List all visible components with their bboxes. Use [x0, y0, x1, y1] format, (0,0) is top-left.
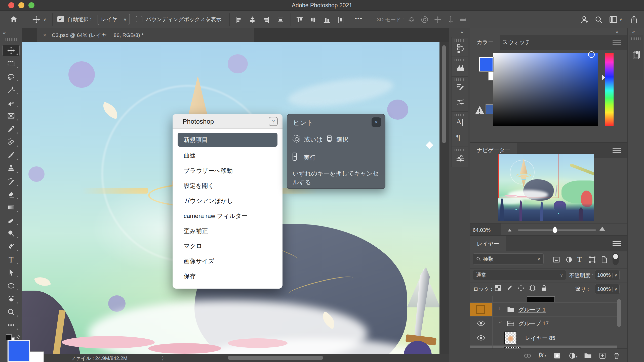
- navigator-view-rect[interactable]: [498, 154, 558, 198]
- layer-list-scrollbar[interactable]: [617, 299, 621, 327]
- delete-layer-icon[interactable]: [613, 352, 621, 360]
- align-bottom-icon[interactable]: [323, 16, 331, 24]
- paragraph-panel-icon[interactable]: ¶: [456, 133, 460, 142]
- horizontal-scrollbar[interactable]: [228, 356, 323, 360]
- brush-tool[interactable]: [3, 149, 20, 161]
- layer-name[interactable]: グループ 1: [518, 306, 546, 313]
- tab-close-icon[interactable]: ×: [43, 32, 46, 38]
- navigator-thumbnail[interactable]: [498, 154, 594, 221]
- filter-type-icon[interactable]: T: [577, 255, 582, 263]
- align-center-h-icon[interactable]: [249, 16, 256, 24]
- rotate-view-hand-tool[interactable]: [3, 293, 20, 305]
- eraser-tool[interactable]: [3, 189, 20, 200]
- dialog-item-gaussian-blur[interactable]: ガウシアンぼかし: [178, 195, 277, 206]
- edit-toolbar-icon[interactable]: [3, 319, 20, 331]
- dodge-tool[interactable]: [3, 228, 20, 239]
- tools-grip[interactable]: [6, 38, 17, 41]
- dialog-item-new[interactable]: 新規項目: [178, 133, 277, 147]
- filter-smart-object-icon[interactable]: [600, 256, 608, 263]
- tab-layers[interactable]: レイヤー: [470, 236, 506, 251]
- histogram-panel-button[interactable]: [451, 57, 468, 76]
- layer-name[interactable]: グループ 17: [518, 320, 549, 327]
- dialog-item-open-settings[interactable]: 設定を開く: [178, 180, 277, 191]
- lock-all-icon[interactable]: [541, 285, 548, 292]
- auto-select-checkbox[interactable]: ✓: [57, 16, 64, 22]
- share-icon[interactable]: [629, 15, 638, 24]
- brush-settings-icon[interactable]: [456, 83, 465, 91]
- ellipse-shape-tool[interactable]: [3, 280, 20, 292]
- history-panel-button[interactable]: [451, 37, 468, 57]
- status-chevron-icon[interactable]: 〉: [162, 355, 167, 362]
- hue-strip[interactable]: [605, 53, 614, 126]
- lasso-tool[interactable]: [3, 71, 20, 82]
- filter-shape-icon[interactable]: [588, 256, 596, 263]
- expand-dock-icon[interactable]: «: [461, 29, 463, 35]
- marquee-tool[interactable]: [3, 58, 20, 69]
- move-tool-icon[interactable]: [32, 16, 40, 24]
- pen-tool[interactable]: [3, 241, 20, 252]
- default-colors-icon[interactable]: [6, 334, 12, 340]
- dialog-item-camera-raw[interactable]: camera raw フィルター: [178, 210, 277, 221]
- align-top-icon[interactable]: [296, 16, 303, 24]
- help-button[interactable]: ?: [269, 117, 278, 126]
- zoom-out-icon[interactable]: [508, 229, 511, 231]
- auto-select-target-dropdown[interactable]: レイヤー∨: [98, 14, 130, 25]
- libraries-panel-button[interactable]: [629, 35, 643, 80]
- new-adjustment-layer-icon[interactable]: ▾: [568, 352, 576, 360]
- distribute-h-icon[interactable]: [277, 16, 284, 24]
- workspace-chevron-icon[interactable]: ∨: [619, 17, 622, 22]
- layer-filter-dropdown[interactable]: 種類∨: [473, 253, 544, 264]
- dialog-item-curves[interactable]: 曲線: [178, 150, 277, 161]
- brushes-panel-icon[interactable]: [456, 98, 465, 106]
- lock-pixels-icon[interactable]: [506, 285, 513, 292]
- opacity-field[interactable]: 100%∨: [595, 270, 620, 280]
- frame-tool[interactable]: [3, 110, 20, 122]
- search-icon[interactable]: [594, 15, 603, 24]
- swap-colors-icon[interactable]: [15, 333, 22, 340]
- lock-transparency-icon[interactable]: [494, 285, 501, 292]
- align-left-icon[interactable]: [235, 16, 243, 24]
- type-tool[interactable]: T: [3, 254, 20, 265]
- group-collapse-chevron-icon[interactable]: 〉: [498, 306, 502, 311]
- fill-field[interactable]: 100%∨: [595, 284, 620, 294]
- clone-stamp-tool[interactable]: [3, 162, 20, 174]
- dialog-item-save[interactable]: 保存: [178, 271, 277, 282]
- layer-row-group1[interactable]: 〉 グループ 1: [470, 302, 617, 316]
- add-mask-icon[interactable]: [553, 352, 561, 360]
- visibility-eye-icon[interactable]: [477, 335, 485, 341]
- expand-library-icon[interactable]: «: [632, 29, 634, 35]
- lock-artboard-icon[interactable]: [529, 285, 536, 292]
- align-right-icon[interactable]: [262, 16, 270, 24]
- gradient-tool[interactable]: [3, 202, 20, 213]
- tab-swatches[interactable]: スウォッチ: [496, 35, 537, 50]
- navigator-menu-icon[interactable]: [613, 148, 621, 153]
- filter-adjustment-icon[interactable]: [565, 256, 573, 263]
- layer-row-partial-top[interactable]: [470, 296, 617, 302]
- group-expand-chevron-icon[interactable]: 〉: [497, 321, 502, 325]
- navigator-zoom-field[interactable]: 64.03%: [470, 223, 501, 237]
- layer-thumbnail[interactable]: [504, 332, 517, 344]
- gamut-warning-icon[interactable]: [475, 105, 485, 115]
- collapse-panels-icon[interactable]: »: [616, 29, 618, 35]
- lock-position-icon[interactable]: [517, 285, 525, 292]
- filter-pixel-layers-icon[interactable]: [553, 256, 560, 263]
- color-saturation-field[interactable]: [493, 53, 598, 126]
- layers-menu-icon[interactable]: [613, 241, 621, 247]
- layer-name[interactable]: レイヤー 85: [525, 334, 555, 342]
- character-panel-icon[interactable]: A|: [456, 117, 463, 126]
- bbox-checkbox[interactable]: [136, 16, 142, 22]
- history-brush-tool[interactable]: [3, 175, 20, 187]
- crop-tool[interactable]: [3, 97, 20, 109]
- layer-style-fx-icon[interactable]: fx ▾: [539, 351, 546, 358]
- navigator-zoom-thumb[interactable]: [553, 227, 557, 233]
- zoom-in-icon[interactable]: [600, 227, 605, 230]
- dialog-item-goto-browser[interactable]: ブラウザーへ移動: [178, 165, 277, 176]
- workspace-switcher-icon[interactable]: [609, 15, 618, 24]
- color-panel-menu-icon[interactable]: [613, 40, 621, 45]
- smudge-tool[interactable]: [3, 215, 20, 226]
- tool-preset-chevron-icon[interactable]: ∨: [43, 17, 46, 22]
- hue-slider-pointer[interactable]: [602, 75, 605, 80]
- visibility-eye-icon[interactable]: [477, 321, 485, 326]
- dialog-item-lens-correct[interactable]: 歪み補正: [178, 225, 277, 237]
- magic-wand-tool[interactable]: [3, 84, 20, 96]
